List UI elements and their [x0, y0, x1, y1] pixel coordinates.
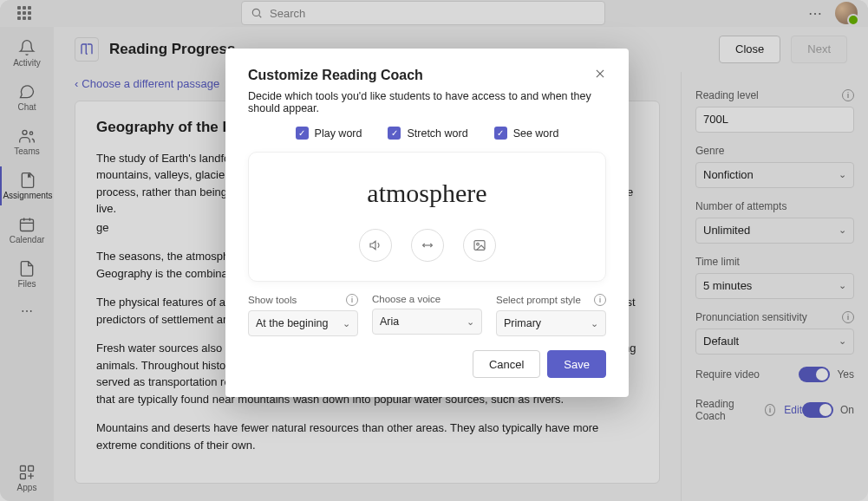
picture-icon [473, 238, 486, 252]
stretch-icon [421, 238, 434, 252]
modal-title: Customize Reading Coach [248, 68, 423, 83]
speaker-icon [369, 238, 382, 252]
checkbox-checked-icon: ✓ [494, 127, 507, 140]
stretch-word-button[interactable] [411, 229, 444, 262]
close-icon[interactable] [594, 68, 606, 83]
cancel-button[interactable]: Cancel [473, 350, 540, 378]
info-icon[interactable]: i [346, 294, 358, 306]
checkbox-checked-icon: ✓ [296, 127, 309, 140]
chevron-down-icon: ⌄ [591, 318, 598, 329]
stretch-word-checkbox[interactable]: ✓ Stretch word [388, 127, 467, 140]
info-icon[interactable]: i [594, 294, 606, 306]
see-word-checkbox[interactable]: ✓ See word [494, 127, 559, 140]
see-word-button[interactable] [463, 229, 496, 262]
show-tools-select[interactable]: At the begining⌄ [248, 310, 358, 336]
svg-rect-15 [474, 241, 485, 250]
prompt-style-select[interactable]: Primary⌄ [496, 310, 606, 336]
prompt-style-label: Select prompt style [496, 295, 581, 305]
save-button[interactable]: Save [547, 350, 606, 378]
svg-point-16 [476, 243, 479, 245]
choose-voice-label: Choose a voice [372, 294, 441, 304]
chevron-down-icon: ⌄ [343, 318, 350, 329]
modal-subtitle: Decide which tools you'd like students t… [248, 90, 606, 114]
play-word-checkbox[interactable]: ✓ Play word [296, 127, 362, 140]
preview-word: atmosphere [367, 179, 486, 208]
preview-panel: atmosphere [248, 152, 606, 282]
see-word-label: See word [513, 127, 559, 140]
play-word-label: Play word [315, 127, 362, 140]
show-tools-label: Show tools [248, 295, 297, 305]
stretch-word-label: Stretch word [407, 127, 467, 140]
svg-marker-13 [370, 241, 375, 249]
choose-voice-select[interactable]: Aria⌄ [372, 309, 482, 335]
play-word-button[interactable] [359, 229, 392, 262]
checkbox-checked-icon: ✓ [388, 127, 401, 140]
chevron-down-icon: ⌄ [467, 316, 474, 328]
customize-reading-coach-modal: Customize Reading Coach Decide which too… [225, 49, 629, 397]
